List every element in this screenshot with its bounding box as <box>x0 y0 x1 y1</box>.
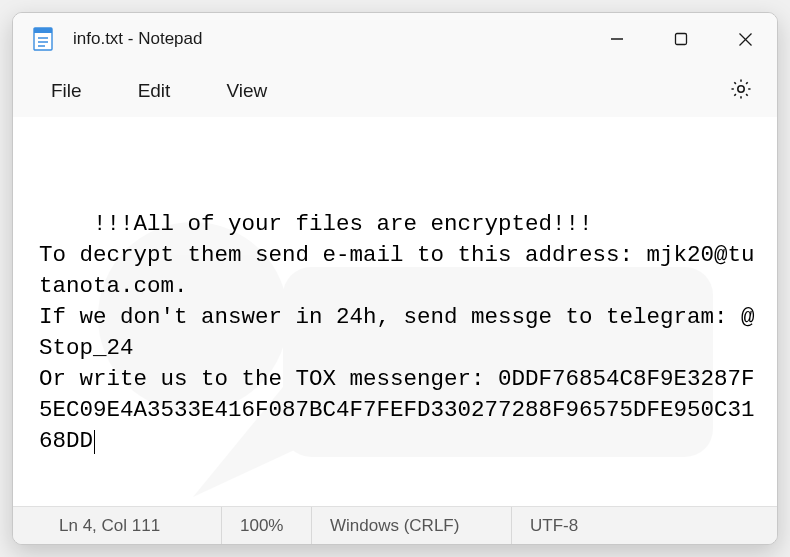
status-bar: Ln 4, Col 111 100% Windows (CRLF) UTF-8 <box>13 506 777 544</box>
svg-rect-6 <box>676 34 687 45</box>
menu-file[interactable]: File <box>23 70 110 112</box>
svg-rect-11 <box>283 267 713 457</box>
text-caret <box>94 430 95 454</box>
status-encoding: UTF-8 <box>511 507 621 544</box>
close-button[interactable] <box>713 13 777 65</box>
document-text: !!!All of your files are encrypted!!! To… <box>39 211 755 454</box>
svg-rect-1 <box>34 28 52 33</box>
gear-icon <box>729 77 753 105</box>
minimize-button[interactable] <box>585 13 649 65</box>
status-zoom[interactable]: 100% <box>221 507 311 544</box>
settings-button[interactable] <box>715 69 767 113</box>
status-position: Ln 4, Col 111 <box>21 507 221 544</box>
menu-view[interactable]: View <box>198 70 295 112</box>
title-bar[interactable]: info.txt - Notepad <box>13 13 777 65</box>
notepad-icon <box>31 27 55 51</box>
maximize-button[interactable] <box>649 13 713 65</box>
status-eol: Windows (CRLF) <box>311 507 511 544</box>
svg-point-9 <box>738 86 744 92</box>
text-area[interactable]: !!!All of your files are encrypted!!! To… <box>13 117 777 506</box>
menu-bar: File Edit View <box>13 65 777 117</box>
window-title: info.txt - Notepad <box>73 29 202 49</box>
menu-edit[interactable]: Edit <box>110 70 199 112</box>
window-controls <box>585 13 777 65</box>
notepad-window: info.txt - Notepad File Edit View <box>12 12 778 545</box>
